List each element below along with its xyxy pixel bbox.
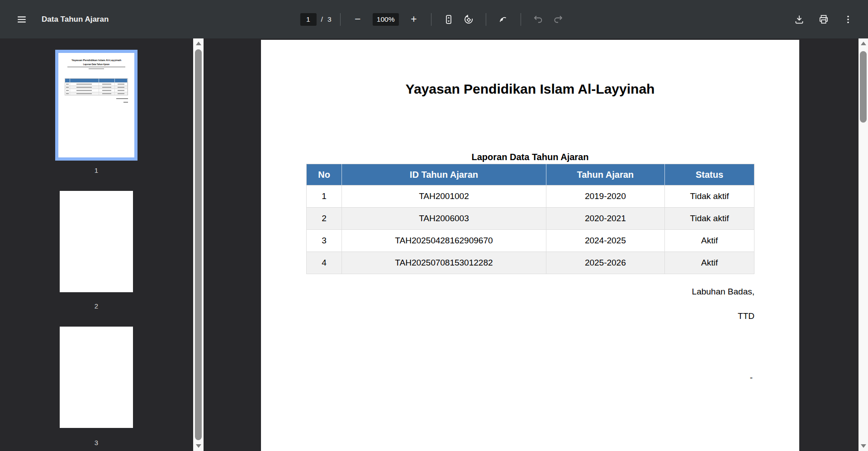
- page-number-input[interactable]: [300, 13, 316, 26]
- signature-place: Labuhan Badas,: [692, 287, 754, 297]
- thumbnail-page-1-preview: Yayasan Pendidikan Islam Al-Layyinah Lap…: [58, 53, 134, 157]
- main-scrollbar-thumb[interactable]: [860, 51, 867, 123]
- cell-no: 1: [307, 185, 342, 208]
- mini-address-line: [89, 68, 104, 69]
- cell-no: 3: [307, 230, 342, 252]
- fit-to-page-button[interactable]: [439, 9, 459, 29]
- mini-doc-title: Yayasan Pendidikan Islam Al-Layyinah: [58, 59, 134, 62]
- sidebar-scrollbar-thumb[interactable]: [195, 49, 202, 440]
- sidebar-scrollbar[interactable]: [193, 38, 204, 451]
- toolbar-right-section: [789, 0, 858, 38]
- menu-button[interactable]: [12, 9, 32, 29]
- cell-no: 2: [307, 208, 342, 230]
- signature-ttd: TTD: [738, 311, 754, 321]
- table-row: 4 TAH20250708153012282 2025-2026 Aktif: [307, 252, 754, 274]
- cell-status: Tidak aktif: [664, 185, 754, 208]
- vertical-ellipsis-icon: [843, 14, 854, 25]
- thumbnail-page-1[interactable]: Yayasan Pendidikan Islam Al-Layyinah Lap…: [55, 50, 138, 161]
- rotate-counterclockwise-button[interactable]: [459, 9, 479, 29]
- toolbar-divider: [431, 13, 432, 26]
- toolbar-divider: [486, 13, 486, 26]
- header-no: No: [307, 164, 342, 185]
- cell-tahun: 2020-2021: [546, 208, 664, 230]
- table-row: 2 TAH2006003 2020-2021 Tidak aktif: [307, 208, 754, 230]
- more-options-button[interactable]: [838, 9, 858, 29]
- main-scroll-down-button[interactable]: [859, 441, 868, 451]
- zoom-out-button[interactable]: −: [348, 9, 368, 29]
- cell-id: TAH2001002: [342, 185, 546, 208]
- pdf-toolbar: Data Tahun Ajaran / 3 − 100% +: [0, 0, 868, 38]
- mini-signature-line: [116, 98, 128, 99]
- hamburger-menu-icon: [16, 14, 27, 25]
- thumbnail-page-3[interactable]: [60, 327, 133, 428]
- cell-id: TAH2006003: [342, 208, 546, 230]
- redo-icon: [553, 14, 564, 25]
- cell-tahun: 2025-2026: [546, 252, 664, 274]
- cell-status: Aktif: [664, 252, 754, 274]
- main-scroll-up-button[interactable]: [859, 38, 868, 48]
- mini-address-line: [67, 66, 125, 67]
- thumbnail-page-2-label: 2: [55, 302, 138, 310]
- table-row: 3 TAH20250428162909670 2024-2025 Aktif: [307, 230, 754, 252]
- mini-table: [65, 78, 128, 95]
- zoom-level-display[interactable]: 100%: [373, 13, 399, 26]
- arrow-down-icon: [861, 444, 866, 448]
- signature-dash: -: [750, 373, 753, 383]
- cell-status: Tidak aktif: [664, 208, 754, 230]
- cell-id: TAH20250428162909670: [342, 230, 546, 252]
- table-row: 1 TAH2001002 2019-2020 Tidak aktif: [307, 185, 754, 208]
- rotate-counterclockwise-icon: [463, 14, 474, 25]
- report-table: No ID Tahun Ajaran Tahun Ajaran Status 1…: [306, 164, 754, 274]
- page-total-label: / 3: [321, 15, 332, 24]
- pen-squiggle-icon: [498, 14, 509, 25]
- undo-icon: [533, 14, 544, 25]
- toolbar-center-section: / 3 − 100% +: [300, 0, 568, 38]
- thumbnail-page-3-label: 3: [55, 439, 138, 446]
- arrow-down-icon: [196, 444, 201, 448]
- header-id-tahun-ajaran: ID Tahun Ajaran: [342, 164, 546, 185]
- document-page-1: Yayasan Pendidikan Islam Al-Layyinah Lap…: [261, 40, 799, 451]
- sidebar-scroll-down-button[interactable]: [193, 441, 204, 451]
- toolbar-divider: [340, 13, 341, 26]
- fit-page-icon: [443, 14, 454, 25]
- thumbnail-page-2[interactable]: [60, 191, 133, 292]
- mini-signature-line: [123, 102, 128, 103]
- table-header-row: No ID Tahun Ajaran Tahun Ajaran Status: [307, 164, 754, 185]
- cell-status: Aktif: [664, 230, 754, 252]
- main-scrollbar[interactable]: [859, 38, 868, 451]
- print-icon: [818, 14, 829, 25]
- arrow-up-icon: [196, 42, 201, 45]
- arrow-up-icon: [861, 42, 866, 45]
- header-status: Status: [664, 164, 754, 185]
- mini-doc-subtitle: Laporan Data Tahun Ajaran: [58, 63, 134, 66]
- annotate-button[interactable]: [493, 9, 513, 29]
- zoom-in-button[interactable]: +: [404, 9, 424, 29]
- document-viewport: Yayasan Pendidikan Islam Al-Layyinah Lap…: [204, 38, 859, 451]
- cell-tahun: 2019-2020: [546, 185, 664, 208]
- report-subtitle: Laporan Data Tahun Ajaran: [261, 152, 799, 162]
- document-title: Data Tahun Ajaran: [42, 15, 109, 24]
- report-org-title: Yayasan Pendidikan Islam Al-Layyinah: [261, 81, 799, 97]
- plus-icon: +: [411, 14, 417, 24]
- download-icon: [794, 14, 805, 25]
- cell-tahun: 2024-2025: [546, 230, 664, 252]
- thumbnail-page-1-label: 1: [55, 166, 138, 174]
- header-tahun-ajaran: Tahun Ajaran: [546, 164, 664, 185]
- toolbar-left-section: Data Tahun Ajaran: [12, 0, 109, 38]
- cell-no: 4: [307, 252, 342, 274]
- undo-button[interactable]: [528, 9, 548, 29]
- redo-button[interactable]: [548, 9, 568, 29]
- download-button[interactable]: [789, 9, 809, 29]
- minus-icon: −: [355, 14, 360, 24]
- print-button[interactable]: [814, 9, 834, 29]
- toolbar-divider: [521, 13, 521, 26]
- sidebar-scroll-up-button[interactable]: [193, 38, 204, 48]
- thumbnail-sidebar: Yayasan Pendidikan Islam Al-Layyinah Lap…: [0, 38, 193, 451]
- cell-id: TAH20250708153012282: [342, 252, 546, 274]
